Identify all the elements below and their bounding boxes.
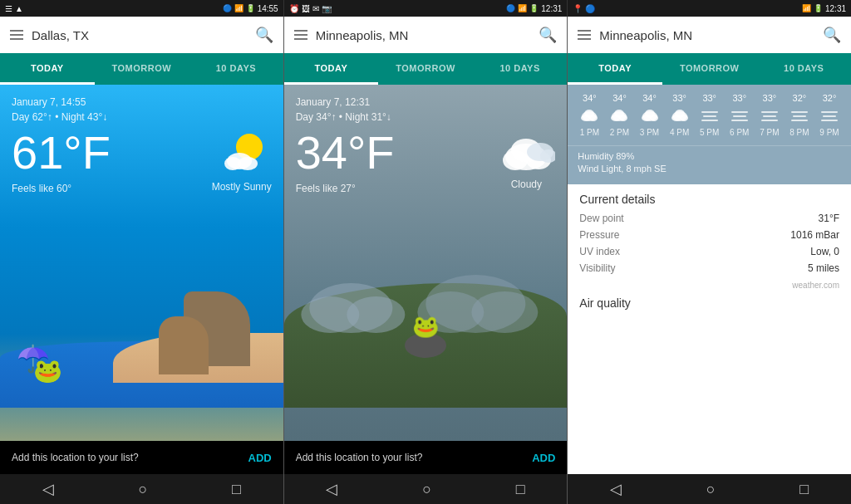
hourly-scroll: 34° 1 PM34° 2 PM34° 3 PM33° 4 PM33° 5 PM… bbox=[568, 85, 851, 145]
status-right-icons-2: 🔵 📶 🔋 12:31 bbox=[506, 4, 562, 13]
panel-minneapolis-details: Minneapolis, MN 🔍 TODAY TOMORROW 10 DAYS… bbox=[568, 17, 851, 504]
hourly-temp-5: 33° bbox=[732, 93, 746, 103]
search-icon-3[interactable]: 🔍 bbox=[823, 26, 841, 44]
detail-row-0: Dew point31°F bbox=[579, 213, 839, 224]
sun-cloud-icon bbox=[214, 132, 268, 178]
hourly-icon-8 bbox=[819, 108, 839, 123]
hourly-temp-3: 33° bbox=[672, 93, 686, 103]
hourly-time-4: 5 PM bbox=[700, 128, 719, 137]
weather-date-1: January 7, 14:55 bbox=[12, 96, 272, 108]
hourly-time-8: 9 PM bbox=[819, 128, 839, 137]
main-content: Dallas, TX 🔍 TODAY TOMORROW 10 DAYS Janu… bbox=[0, 17, 851, 504]
add-button-2[interactable]: ADD bbox=[532, 452, 555, 464]
city-name-2: Minneapolis, MN bbox=[316, 28, 531, 42]
bottom-bar-text-1: Add this location to your list? bbox=[12, 452, 139, 463]
search-icon-1[interactable]: 🔍 bbox=[255, 26, 273, 44]
weather-daynight-2: Day 34°↑ • Night 31°↓ bbox=[296, 111, 556, 123]
hourly-item-7: 32° 8 PM bbox=[785, 93, 814, 137]
hourly-item-2: 34° 3 PM bbox=[635, 93, 665, 137]
hourly-temp-6: 33° bbox=[763, 93, 777, 103]
weather-desc-1: Mostly Sunny bbox=[212, 181, 272, 193]
hourly-time-1: 2 PM bbox=[610, 128, 629, 137]
wind-row: Wind Light, 8 mph SE bbox=[578, 164, 841, 174]
svg-point-31 bbox=[675, 110, 685, 118]
beach-scene: ☂️ 🐸 bbox=[0, 258, 283, 408]
hourly-icon-2 bbox=[640, 108, 660, 123]
tab-today-1[interactable]: TODAY bbox=[0, 53, 95, 85]
hamburger-icon-1[interactable] bbox=[10, 30, 23, 40]
status-right-icons-3: 📶 🔋 12:31 bbox=[802, 4, 846, 13]
search-icon-2[interactable]: 🔍 bbox=[539, 26, 557, 44]
bottom-bar-2: Add this location to your list? ADD bbox=[284, 441, 568, 474]
hourly-item-6: 33° 7 PM bbox=[755, 93, 785, 137]
hourly-icon-4 bbox=[700, 108, 720, 123]
details-rows: Dew point31°FPressure1016 mBarUV indexLo… bbox=[579, 213, 839, 274]
cloud-icon bbox=[497, 134, 555, 175]
tab-tomorrow-1[interactable]: TOMORROW bbox=[95, 53, 189, 85]
back-icon-1[interactable]: ◁ bbox=[42, 480, 54, 498]
tab-tomorrow-3[interactable]: TOMORROW bbox=[662, 53, 757, 85]
weather-main-1: 61°F Feels like 60° Mostly Sunny bbox=[12, 130, 272, 194]
bottom-bar-1: Add this location to your list? ADD bbox=[0, 441, 283, 474]
panel-minneapolis-cloudy: Minneapolis, MN 🔍 TODAY TOMORROW 10 DAYS… bbox=[284, 17, 568, 504]
feels-like-2: Feels like 27° bbox=[296, 183, 395, 194]
svg-point-19 bbox=[584, 110, 594, 118]
weather-main-2: 34°F Feels like 27° Cloudy bbox=[296, 130, 556, 194]
tab-tomorrow-2[interactable]: TOMORROW bbox=[378, 53, 473, 85]
tab-10days-3[interactable]: 10 DAYS bbox=[756, 53, 851, 85]
hourly-temp-8: 32° bbox=[823, 93, 837, 103]
bottom-bar-text-2: Add this location to your list? bbox=[296, 452, 423, 463]
current-details-title: Current details bbox=[579, 193, 839, 206]
status-time-2: 12:31 bbox=[541, 4, 562, 13]
recent-icon-2[interactable]: □ bbox=[516, 481, 525, 498]
detail-label-3: Visibility bbox=[579, 262, 615, 274]
hourly-temp-1: 34° bbox=[612, 93, 627, 103]
hourly-time-3: 4 PM bbox=[670, 128, 689, 137]
weather-desc-2: Cloudy bbox=[511, 179, 542, 190]
hourly-icon-5 bbox=[730, 108, 750, 123]
cliff-2 bbox=[159, 316, 209, 374]
back-icon-2[interactable]: ◁ bbox=[326, 480, 337, 498]
weather-com-label: weather.com bbox=[579, 281, 839, 290]
hamburger-icon-3[interactable] bbox=[578, 30, 591, 40]
hourly-icon-0 bbox=[579, 108, 599, 123]
status-left-icons-3: 📍 🔵 bbox=[573, 4, 595, 13]
home-icon-2[interactable]: ○ bbox=[422, 481, 431, 498]
recent-icon-3[interactable]: □ bbox=[799, 481, 809, 498]
home-icon-1[interactable]: ○ bbox=[138, 481, 147, 498]
tabs-1: TODAY TOMORROW 10 DAYS bbox=[0, 53, 283, 85]
hourly-item-0: 34° 1 PM bbox=[574, 93, 604, 137]
back-icon-3[interactable]: ◁ bbox=[610, 480, 622, 498]
search-bar-1: Dallas, TX 🔍 bbox=[0, 17, 283, 53]
status-left-icons-1: ☰ ▲ bbox=[5, 4, 23, 13]
add-button-1[interactable]: ADD bbox=[248, 452, 272, 464]
recent-icon-1[interactable]: □ bbox=[232, 481, 241, 498]
air-quality-title: Air quality bbox=[579, 296, 839, 310]
svg-point-3 bbox=[238, 157, 258, 170]
tab-today-3[interactable]: TODAY bbox=[568, 53, 662, 85]
detail-label-0: Dew point bbox=[579, 213, 623, 224]
frog-icon-2: 🐸 bbox=[412, 314, 439, 340]
svg-point-27 bbox=[645, 110, 655, 118]
svg-point-12 bbox=[347, 296, 405, 333]
nav-bar-2: ◁ ○ □ bbox=[284, 474, 568, 504]
svg-point-15 bbox=[471, 291, 538, 333]
weather-date-2: January 7, 12:31 bbox=[296, 96, 556, 108]
detail-label-2: UV index bbox=[579, 246, 620, 257]
tab-10days-2[interactable]: 10 DAYS bbox=[473, 53, 568, 85]
search-bar-2: Minneapolis, MN 🔍 bbox=[284, 17, 568, 53]
weather-extra: Humidity 89% Wind Light, 8 mph SE bbox=[568, 145, 851, 184]
weather-panel-sunny: January 7, 14:55 Day 62°↑ • Night 43°↓ 6… bbox=[0, 85, 283, 441]
hamburger-icon-2[interactable] bbox=[294, 30, 307, 40]
hourly-time-0: 1 PM bbox=[580, 128, 599, 137]
hourly-temp-4: 33° bbox=[702, 93, 716, 103]
tab-today-2[interactable]: TODAY bbox=[284, 53, 379, 85]
detail-value-1: 1016 mBar bbox=[790, 229, 839, 241]
tabs-2: TODAY TOMORROW 10 DAYS bbox=[284, 53, 568, 85]
weather-daynight-1: Day 62°↑ • Night 43°↓ bbox=[12, 111, 272, 123]
hourly-item-5: 33° 6 PM bbox=[725, 93, 755, 137]
tab-10days-1[interactable]: 10 DAYS bbox=[189, 53, 283, 85]
hourly-icon-3 bbox=[670, 108, 690, 123]
svg-point-23 bbox=[614, 110, 624, 118]
home-icon-3[interactable]: ○ bbox=[706, 481, 716, 498]
